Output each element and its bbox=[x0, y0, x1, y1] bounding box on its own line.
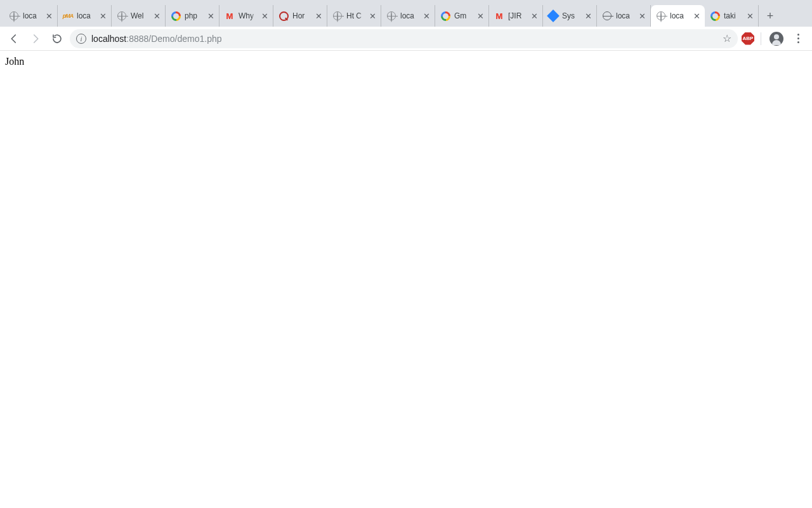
browser-tab[interactable]: php✕ bbox=[166, 5, 219, 27]
gmail-icon: M bbox=[494, 11, 504, 21]
bookmark-star-icon[interactable]: ☆ bbox=[723, 32, 731, 44]
reload-button[interactable] bbox=[48, 30, 66, 48]
site-info-icon[interactable]: i bbox=[76, 34, 86, 44]
url-port: :8888 bbox=[126, 34, 148, 44]
close-tab-icon[interactable]: ✕ bbox=[692, 11, 701, 20]
close-tab-icon[interactable]: ✕ bbox=[422, 11, 431, 20]
address-bar[interactable]: i localhost:8888/Demo/demo1.php ☆ bbox=[70, 29, 738, 48]
google-icon bbox=[440, 11, 450, 21]
tab-title: loca bbox=[400, 11, 418, 20]
close-tab-icon[interactable]: ✕ bbox=[314, 11, 323, 20]
browser-tab[interactable]: MWhy✕ bbox=[219, 5, 273, 27]
back-button[interactable] bbox=[5, 30, 23, 48]
url-host: localhost bbox=[91, 34, 126, 44]
globe-icon bbox=[386, 11, 396, 21]
gmail-icon: M bbox=[225, 11, 235, 21]
globe-icon bbox=[9, 11, 19, 21]
new-tab-button[interactable]: + bbox=[761, 7, 779, 25]
browser-tab[interactable]: loca✕ bbox=[381, 5, 435, 27]
close-tab-icon[interactable]: ✕ bbox=[476, 11, 485, 20]
close-tab-icon[interactable]: ✕ bbox=[260, 11, 269, 20]
tab-title: [JIR bbox=[508, 11, 526, 20]
profile-button[interactable] bbox=[768, 30, 785, 48]
tab-title: Gm bbox=[454, 11, 472, 20]
close-tab-icon[interactable]: ✕ bbox=[584, 11, 593, 20]
close-tab-icon[interactable]: ✕ bbox=[530, 11, 539, 20]
browser-tab[interactable]: Hor✕ bbox=[273, 5, 327, 27]
close-tab-icon[interactable]: ✕ bbox=[44, 11, 53, 20]
browser-tab[interactable]: pMAloca✕ bbox=[58, 5, 112, 27]
close-tab-icon[interactable]: ✕ bbox=[98, 11, 107, 20]
tab-title: Why bbox=[239, 11, 256, 20]
browser-tab[interactable]: loca✕ bbox=[597, 5, 651, 27]
tab-title: Hor bbox=[292, 11, 310, 20]
tab-title: loca bbox=[670, 11, 688, 20]
page-body-text: John bbox=[5, 56, 24, 67]
google-icon bbox=[171, 11, 181, 21]
jira-icon bbox=[548, 11, 558, 21]
browser-tab[interactable]: taki✕ bbox=[705, 5, 759, 27]
url-text: localhost:8888/Demo/demo1.php bbox=[91, 34, 222, 44]
tab-title: loca bbox=[77, 11, 95, 20]
tab-title: Sys bbox=[562, 11, 580, 20]
browser-tab[interactable]: Gm✕ bbox=[435, 5, 489, 27]
close-tab-icon[interactable]: ✕ bbox=[152, 11, 161, 20]
phpmyadmin-icon: pMA bbox=[63, 11, 73, 21]
globe-icon bbox=[656, 11, 666, 21]
url-path: /Demo/demo1.php bbox=[148, 34, 221, 44]
browser-tab[interactable]: M[JIR✕ bbox=[489, 5, 543, 27]
browser-tab[interactable]: Wel✕ bbox=[112, 5, 166, 27]
close-tab-icon[interactable]: ✕ bbox=[206, 11, 215, 20]
tab-title: taki bbox=[724, 11, 742, 20]
tab-strip: loca✕pMAloca✕Wel✕php✕MWhy✕Hor✕Ht C✕loca✕… bbox=[0, 0, 812, 27]
globe-icon bbox=[332, 11, 343, 21]
browser-toolbar: i localhost:8888/Demo/demo1.php ☆ ABP bbox=[0, 27, 812, 51]
toolbar-separator bbox=[761, 32, 761, 45]
chrome-menu-button[interactable] bbox=[789, 30, 807, 48]
browser-tab[interactable]: loca✕ bbox=[4, 5, 58, 27]
close-tab-icon[interactable]: ✕ bbox=[638, 11, 646, 20]
globe-icon bbox=[117, 11, 127, 21]
quora-icon bbox=[278, 11, 289, 21]
tab-title: Ht C bbox=[346, 11, 364, 20]
tab-title: Wel bbox=[131, 11, 148, 20]
tab-title: php bbox=[185, 11, 202, 20]
close-tab-icon[interactable]: ✕ bbox=[368, 11, 377, 20]
browser-tab[interactable]: Sys✕ bbox=[543, 5, 597, 27]
tab-title: loca bbox=[23, 11, 41, 20]
browser-tab[interactable]: Ht C✕ bbox=[327, 5, 381, 27]
close-tab-icon[interactable]: ✕ bbox=[745, 11, 754, 20]
adblock-extension-icon[interactable]: ABP bbox=[742, 32, 754, 45]
google-icon bbox=[710, 11, 720, 21]
browser-tab[interactable]: loca✕ bbox=[651, 5, 705, 27]
forward-button[interactable] bbox=[27, 30, 44, 48]
tab-title: loca bbox=[616, 11, 634, 20]
page-viewport: John bbox=[0, 51, 812, 72]
globe-icon bbox=[602, 11, 612, 21]
